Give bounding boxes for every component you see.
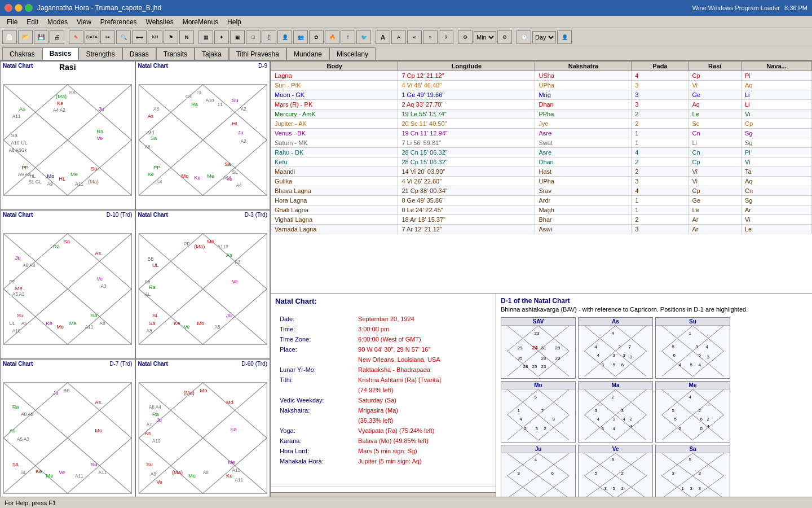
- status-bar: For Help, press F1: [0, 497, 812, 508]
- planet-row: Maandi14 Vi 20' 03.90"Hast2ViTa: [271, 167, 812, 177]
- planet-cell-pada: 4: [632, 71, 689, 81]
- tb-gear[interactable]: ⚙: [458, 30, 473, 44]
- planet-cell-body: Hora Lagna: [271, 196, 398, 205]
- tb-kh[interactable]: KH: [148, 30, 162, 44]
- planet-cell-rasi: Ar: [689, 225, 741, 234]
- svg-text:Ra: Ra: [53, 244, 60, 249]
- svg-text:A6 A4: A6 A4: [148, 405, 161, 410]
- tb-fb[interactable]: f: [341, 30, 355, 44]
- svg-text:5: 5: [674, 417, 677, 422]
- tb-arrows[interactable]: ⟷: [132, 30, 147, 44]
- svg-text:SL: SL: [21, 470, 27, 475]
- svg-text:4: 4: [612, 331, 615, 336]
- tb-new[interactable]: 📄: [2, 30, 17, 44]
- tb-right[interactable]: »: [423, 30, 438, 44]
- planet-cell-rasi: Aq: [689, 100, 741, 110]
- window-controls[interactable]: [5, 4, 33, 12]
- tab-basics[interactable]: Basics: [42, 47, 79, 60]
- natal-label: Lunar Yr-Mo:: [276, 365, 354, 374]
- tb-save[interactable]: 💾: [34, 30, 48, 44]
- tab-strengths[interactable]: Strengths: [78, 47, 122, 60]
- tb-gear2[interactable]: ⚙: [497, 30, 512, 44]
- tb-open[interactable]: 📂: [18, 30, 33, 44]
- chart2-title: Natal Chart: [138, 63, 168, 69]
- tb-n[interactable]: N: [179, 30, 194, 44]
- chart3-subtitle: D-10 (Trd): [107, 212, 133, 218]
- svg-text:BB: BB: [69, 90, 76, 95]
- tb-a-big[interactable]: A: [376, 30, 390, 44]
- planet-cell-nakshatra: Asre: [535, 129, 632, 138]
- tb-help[interactable]: ?: [439, 30, 453, 44]
- col-longitude: Longitude: [398, 62, 535, 71]
- natal-value: 90 W 04' 30", 29 N 57' 16": [355, 345, 490, 354]
- tab-chakras[interactable]: Chakras: [2, 47, 42, 60]
- tb-grid[interactable]: ▦: [198, 30, 213, 44]
- planet-row: Lagna7 Cp 12' 21.12"USha4CpPi: [271, 71, 812, 81]
- tab-mundane[interactable]: Mundane: [286, 47, 329, 60]
- tb-flower[interactable]: ✿: [309, 30, 324, 44]
- tb-left[interactable]: «: [407, 30, 422, 44]
- natal-label: Vedic Weekday:: [276, 396, 354, 405]
- tb-print[interactable]: 🖨: [50, 30, 64, 44]
- planet-row: Sun - PiK4 Vi 48' 46.40"UPha3ViAq: [271, 81, 812, 90]
- tb-search[interactable]: 🔍: [116, 30, 131, 44]
- tab-transits[interactable]: Transits: [156, 47, 195, 60]
- svg-text:Me: Me: [206, 173, 214, 179]
- tb-sq[interactable]: ▣: [230, 30, 245, 44]
- tab-tithi[interactable]: Tithi Pravesha: [229, 47, 286, 60]
- day-select[interactable]: Day: [532, 31, 556, 43]
- tb-edit[interactable]: ✎: [69, 30, 83, 44]
- tb-sq2[interactable]: □: [246, 30, 261, 44]
- planet-cell-rasi: Vi: [689, 81, 741, 90]
- minimize-button[interactable]: [15, 4, 23, 12]
- svg-text:GL: GL: [196, 90, 202, 95]
- tb-clock[interactable]: 🕐: [517, 30, 531, 44]
- svg-text:A11: A11: [85, 325, 94, 330]
- svg-text:Ra: Ra: [152, 411, 159, 417]
- menu-moremenus[interactable]: MoreMenus: [178, 17, 223, 27]
- svg-text:A6: A6: [144, 279, 151, 284]
- svg-text:2: 2: [699, 408, 701, 413]
- planets-table-container[interactable]: Body Longitude Nakshatra Pada Rasi Nava.…: [271, 61, 812, 294]
- menu-preferences[interactable]: Preferences: [96, 17, 142, 27]
- tb-a-small[interactable]: A: [391, 30, 406, 44]
- tab-tajaka[interactable]: Tajaka: [195, 47, 229, 60]
- natal-info-scroll[interactable]: Natal Chart: Date:September 20, 1924Time…: [271, 294, 496, 487]
- tb-persons[interactable]: 👥: [293, 30, 308, 44]
- planet-cell-nava: Cn: [741, 186, 811, 196]
- natal-value: New Orleans, Louisiana, USA: [355, 355, 490, 364]
- min-select[interactable]: Min: [474, 31, 496, 43]
- close-button[interactable]: [5, 4, 12, 12]
- menu-modes[interactable]: Modes: [43, 17, 72, 27]
- planet-cell-nava: Li: [741, 90, 811, 100]
- tb-data[interactable]: DATA: [85, 30, 99, 44]
- svg-text:(Ma): (Ma): [194, 244, 205, 249]
- tb-tw[interactable]: 🐦: [356, 30, 371, 44]
- menu-edit[interactable]: Edit: [22, 17, 43, 27]
- menu-help[interactable]: Help: [223, 17, 246, 27]
- tb-x[interactable]: ✂: [100, 30, 115, 44]
- menu-file[interactable]: File: [2, 17, 22, 27]
- tab-dasas[interactable]: Dasas: [122, 47, 156, 60]
- planet-cell-nakshatra: Dhan: [535, 157, 632, 167]
- svg-text:(Ma): (Ma): [88, 179, 99, 185]
- bav-sav-label: SAV: [501, 318, 575, 326]
- tb-person[interactable]: 👤: [277, 30, 292, 44]
- svg-text:35: 35: [518, 356, 523, 361]
- tb-person2[interactable]: 👤: [557, 30, 572, 44]
- svg-text:A3: A3: [101, 284, 107, 289]
- menu-websites[interactable]: Websites: [142, 17, 178, 27]
- svg-text:3: 3: [602, 426, 604, 431]
- svg-text:4: 4: [597, 417, 600, 422]
- tb-dots[interactable]: ⣿: [262, 30, 276, 44]
- maximize-button[interactable]: [25, 4, 33, 12]
- tb-star[interactable]: ✦: [214, 30, 229, 44]
- svg-text:A9 A3: A9 A3: [18, 172, 30, 177]
- menu-view[interactable]: View: [72, 17, 96, 27]
- planet-cell-rasi: Cp: [689, 157, 741, 167]
- tb-fire[interactable]: 🔥: [325, 30, 339, 44]
- svg-text:4: 4: [597, 353, 600, 358]
- tb-flag[interactable]: ⚑: [164, 30, 178, 44]
- svg-text:A6: A6: [144, 144, 151, 150]
- tab-miscellany[interactable]: Miscellany: [329, 47, 376, 60]
